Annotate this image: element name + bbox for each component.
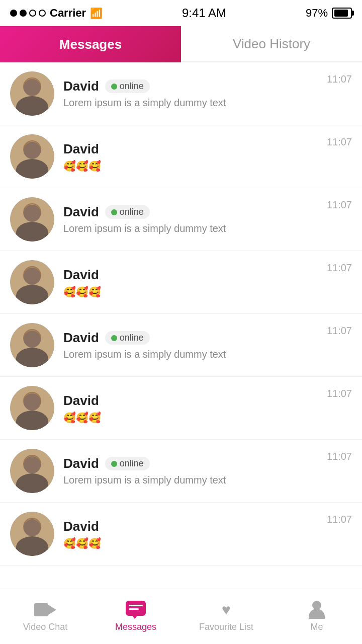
avatar <box>10 197 54 242</box>
nav-me-label: Me <box>310 622 323 632</box>
me-icon-wrapper <box>306 601 328 619</box>
online-dot <box>111 335 117 341</box>
online-dot <box>111 461 117 467</box>
sender-name: David <box>63 456 99 471</box>
online-badge: online <box>105 457 150 470</box>
avatar <box>10 260 54 304</box>
tab-video-history[interactable]: Video History <box>181 26 362 62</box>
message-content: DavidonlineLorem ipsum is a simply dummy… <box>63 456 318 486</box>
message-item[interactable]: David🥰🥰🥰11:07 <box>0 251 362 314</box>
wifi-icon: 📶 <box>90 7 103 19</box>
avatar-image <box>10 260 54 304</box>
nav-video-chat-label: Video Chat <box>23 622 68 632</box>
signal-dot-2 <box>20 10 27 17</box>
avatar <box>10 449 54 493</box>
nav-favourite-list[interactable]: ♥ Favourite List <box>181 601 272 632</box>
message-item[interactable]: DavidonlineLorem ipsum is a simply dummy… <box>0 188 362 251</box>
bottom-nav: Video Chat Messages ♥ Favourite List Me <box>0 589 362 644</box>
message-preview: Lorem ipsum is a simply dummy text <box>63 474 318 486</box>
svg-point-29 <box>23 518 41 536</box>
video-camera-icon <box>34 602 56 617</box>
svg-point-11 <box>24 204 40 220</box>
message-header: Davidonline <box>63 204 318 220</box>
message-preview: Lorem ipsum is a simply dummy text <box>63 349 318 360</box>
svg-point-2 <box>18 98 46 116</box>
video-chat-icon <box>34 601 56 619</box>
svg-point-17 <box>23 329 41 347</box>
message-content: David🥰🥰🥰 <box>63 267 318 298</box>
svg-point-25 <box>23 455 41 473</box>
message-preview: Lorem ipsum is a simply dummy text <box>63 223 318 234</box>
message-header: Davidonline <box>63 78 318 94</box>
svg-point-30 <box>18 538 46 556</box>
battery-percent: 97% <box>306 7 328 20</box>
message-lines <box>129 605 143 612</box>
heart-icon: ♥ <box>222 601 231 618</box>
message-header: David <box>63 141 318 157</box>
nav-favourite-label: Favourite List <box>199 622 253 632</box>
message-header: Davidonline <box>63 330 318 346</box>
message-content: DavidonlineLorem ipsum is a simply dummy… <box>63 330 318 360</box>
svg-point-19 <box>24 330 40 346</box>
sender-name: David <box>63 330 99 346</box>
message-time: 11:07 <box>327 323 352 337</box>
battery-tip <box>352 11 354 16</box>
message-item[interactable]: DavidonlineLorem ipsum is a simply dummy… <box>0 62 362 125</box>
online-badge: online <box>105 331 150 345</box>
svg-point-22 <box>18 413 46 430</box>
status-right: 97% <box>306 7 352 20</box>
svg-point-15 <box>24 267 40 283</box>
svg-point-14 <box>18 287 46 304</box>
nav-me[interactable]: Me <box>272 601 362 632</box>
favourite-icon-wrapper: ♥ <box>215 601 237 619</box>
avatar-image <box>10 386 54 430</box>
message-content: DavidonlineLorem ipsum is a simply dummy… <box>63 78 318 109</box>
online-dot <box>111 209 117 215</box>
svg-point-7 <box>24 141 40 157</box>
tab-messages[interactable]: Messages <box>0 26 181 62</box>
avatar-image <box>10 71 54 116</box>
nav-video-chat[interactable]: Video Chat <box>0 601 90 632</box>
message-bubble-icon <box>126 601 146 619</box>
message-content: David🥰🥰🥰 <box>63 393 318 424</box>
avatar <box>10 386 54 430</box>
svg-point-21 <box>23 392 41 410</box>
tab-bar: Messages Video History <box>0 26 362 62</box>
sender-name: David <box>63 267 99 283</box>
message-time: 11:07 <box>327 134 352 148</box>
avatar-image <box>10 512 54 556</box>
status-left: Carrier 📶 <box>10 7 103 20</box>
online-dot <box>111 84 117 90</box>
person-icon <box>309 601 325 619</box>
svg-point-13 <box>23 266 41 284</box>
message-time: 11:07 <box>327 71 352 85</box>
message-item[interactable]: DavidonlineLorem ipsum is a simply dummy… <box>0 440 362 503</box>
online-label: online <box>120 207 144 217</box>
svg-point-3 <box>24 78 40 95</box>
avatar <box>10 134 54 179</box>
signal-dot-4 <box>39 10 46 17</box>
message-preview: Lorem ipsum is a simply dummy text <box>63 97 318 109</box>
message-item[interactable]: David🥰🥰🥰11:07 <box>0 125 362 188</box>
svg-point-26 <box>18 475 46 493</box>
sender-name: David <box>63 78 99 94</box>
message-item[interactable]: David🥰🥰🥰11:07 <box>0 503 362 566</box>
nav-messages[interactable]: Messages <box>90 601 181 632</box>
status-time: 9:41 AM <box>182 6 226 20</box>
message-header: David <box>63 393 318 409</box>
sender-name: David <box>63 141 99 157</box>
signal-dot-3 <box>29 10 36 17</box>
message-preview: 🥰🥰🥰 <box>63 537 318 549</box>
message-item[interactable]: David🥰🥰🥰11:07 <box>0 377 362 440</box>
message-content: David🥰🥰🥰 <box>63 141 318 172</box>
nav-messages-label: Messages <box>115 622 156 632</box>
online-badge: online <box>105 79 150 93</box>
message-time: 11:07 <box>327 197 352 211</box>
svg-point-1 <box>23 77 41 96</box>
svg-point-10 <box>18 224 46 242</box>
message-time: 11:07 <box>327 512 352 525</box>
message-item[interactable]: DavidonlineLorem ipsum is a simply dummy… <box>0 314 362 377</box>
message-content: David🥰🥰🥰 <box>63 519 318 549</box>
message-preview: 🥰🥰🥰 <box>63 412 318 424</box>
avatar-image <box>10 323 54 367</box>
